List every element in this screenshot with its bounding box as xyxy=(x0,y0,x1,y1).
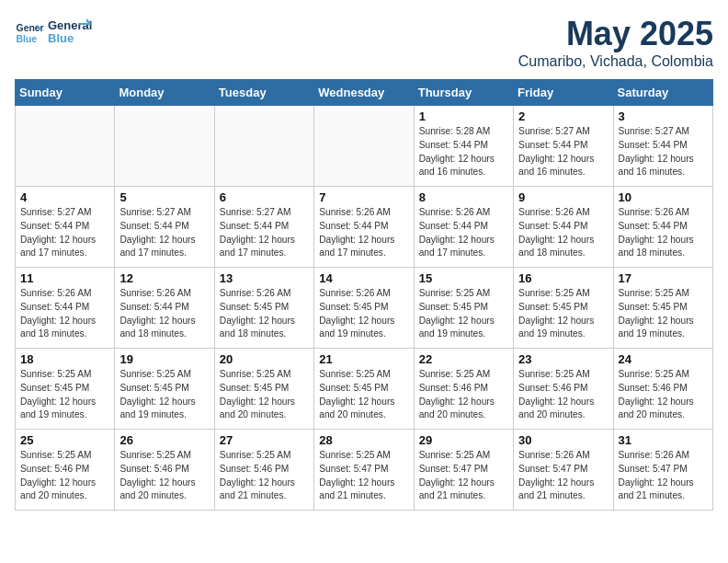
day-info: Sunrise: 5:25 AM Sunset: 5:45 PM Dayligh… xyxy=(619,287,708,341)
day-number: 3 xyxy=(619,109,708,123)
calendar-day-cell: 11Sunrise: 5:26 AM Sunset: 5:44 PM Dayli… xyxy=(16,268,115,349)
calendar-week-row: 18Sunrise: 5:25 AM Sunset: 5:45 PM Dayli… xyxy=(16,349,713,430)
day-info: Sunrise: 5:26 AM Sunset: 5:45 PM Dayligh… xyxy=(319,287,408,341)
day-info: Sunrise: 5:26 AM Sunset: 5:47 PM Dayligh… xyxy=(619,449,708,503)
day-number: 17 xyxy=(619,271,708,285)
day-info: Sunrise: 5:25 AM Sunset: 5:46 PM Dayligh… xyxy=(518,368,608,422)
day-number: 1 xyxy=(419,109,508,123)
day-info: Sunrise: 5:26 AM Sunset: 5:44 PM Dayligh… xyxy=(319,206,408,260)
calendar-day-cell xyxy=(16,106,115,187)
day-info: Sunrise: 5:25 AM Sunset: 5:47 PM Dayligh… xyxy=(319,449,408,503)
weekday-header: Wednesday xyxy=(314,80,414,106)
title-block: May 2025 Cumaribo, Vichada, Colombia xyxy=(518,15,713,70)
calendar-day-cell: 25Sunrise: 5:25 AM Sunset: 5:46 PM Dayli… xyxy=(16,430,115,511)
day-info: Sunrise: 5:25 AM Sunset: 5:45 PM Dayligh… xyxy=(518,287,608,341)
day-info: Sunrise: 5:27 AM Sunset: 5:44 PM Dayligh… xyxy=(119,206,209,260)
day-info: Sunrise: 5:26 AM Sunset: 5:44 PM Dayligh… xyxy=(119,287,209,341)
calendar-week-row: 1Sunrise: 5:28 AM Sunset: 5:44 PM Daylig… xyxy=(16,106,713,187)
calendar-day-cell: 30Sunrise: 5:26 AM Sunset: 5:47 PM Dayli… xyxy=(514,430,613,511)
svg-text:General: General xyxy=(48,18,92,32)
day-number: 4 xyxy=(20,190,109,204)
day-info: Sunrise: 5:25 AM Sunset: 5:45 PM Dayligh… xyxy=(20,368,109,422)
weekday-header: Sunday xyxy=(16,80,115,106)
page-header: General Blue General Blue General Blue M… xyxy=(15,15,713,70)
calendar-day-cell: 29Sunrise: 5:25 AM Sunset: 5:47 PM Dayli… xyxy=(414,430,513,511)
day-number: 29 xyxy=(419,433,508,447)
calendar-day-cell: 20Sunrise: 5:25 AM Sunset: 5:45 PM Dayli… xyxy=(214,349,313,430)
day-number: 26 xyxy=(119,433,209,447)
day-number: 22 xyxy=(419,352,508,366)
calendar-week-row: 11Sunrise: 5:26 AM Sunset: 5:44 PM Dayli… xyxy=(16,268,713,349)
svg-text:Blue: Blue xyxy=(17,34,38,44)
day-info: Sunrise: 5:25 AM Sunset: 5:46 PM Dayligh… xyxy=(220,449,309,503)
day-number: 20 xyxy=(220,352,309,366)
calendar-day-cell: 4Sunrise: 5:27 AM Sunset: 5:44 PM Daylig… xyxy=(16,187,115,268)
day-info: Sunrise: 5:26 AM Sunset: 5:44 PM Dayligh… xyxy=(20,287,109,341)
day-info: Sunrise: 5:25 AM Sunset: 5:45 PM Dayligh… xyxy=(419,287,508,341)
location-title: Cumaribo, Vichada, Colombia xyxy=(518,53,713,70)
day-info: Sunrise: 5:25 AM Sunset: 5:46 PM Dayligh… xyxy=(20,449,109,503)
calendar-day-cell xyxy=(314,106,414,187)
calendar-day-cell: 10Sunrise: 5:26 AM Sunset: 5:44 PM Dayli… xyxy=(613,187,712,268)
weekday-header: Tuesday xyxy=(214,80,313,106)
day-info: Sunrise: 5:27 AM Sunset: 5:44 PM Dayligh… xyxy=(220,206,309,260)
calendar-day-cell: 15Sunrise: 5:25 AM Sunset: 5:45 PM Dayli… xyxy=(414,268,513,349)
day-number: 30 xyxy=(518,433,608,447)
day-number: 12 xyxy=(119,271,209,285)
day-number: 23 xyxy=(518,352,608,366)
day-info: Sunrise: 5:27 AM Sunset: 5:44 PM Dayligh… xyxy=(518,125,608,179)
calendar-day-cell: 22Sunrise: 5:25 AM Sunset: 5:46 PM Dayli… xyxy=(414,349,513,430)
day-number: 15 xyxy=(419,271,508,285)
calendar-day-cell: 5Sunrise: 5:27 AM Sunset: 5:44 PM Daylig… xyxy=(115,187,214,268)
calendar-day-cell: 6Sunrise: 5:27 AM Sunset: 5:44 PM Daylig… xyxy=(214,187,313,268)
day-number: 7 xyxy=(319,190,408,204)
weekday-header: Monday xyxy=(115,80,214,106)
calendar-day-cell: 14Sunrise: 5:26 AM Sunset: 5:45 PM Dayli… xyxy=(314,268,414,349)
day-number: 18 xyxy=(20,352,109,366)
day-info: Sunrise: 5:28 AM Sunset: 5:44 PM Dayligh… xyxy=(419,125,508,179)
day-number: 11 xyxy=(20,271,109,285)
calendar-day-cell: 9Sunrise: 5:26 AM Sunset: 5:44 PM Daylig… xyxy=(514,187,613,268)
calendar-day-cell: 28Sunrise: 5:25 AM Sunset: 5:47 PM Dayli… xyxy=(314,430,414,511)
day-number: 21 xyxy=(319,352,408,366)
day-info: Sunrise: 5:27 AM Sunset: 5:44 PM Dayligh… xyxy=(619,125,708,179)
day-number: 8 xyxy=(419,190,508,204)
calendar-day-cell: 1Sunrise: 5:28 AM Sunset: 5:44 PM Daylig… xyxy=(414,106,513,187)
calendar-day-cell: 24Sunrise: 5:25 AM Sunset: 5:46 PM Dayli… xyxy=(613,349,712,430)
day-info: Sunrise: 5:26 AM Sunset: 5:44 PM Dayligh… xyxy=(619,206,708,260)
calendar-day-cell: 7Sunrise: 5:26 AM Sunset: 5:44 PM Daylig… xyxy=(314,187,414,268)
day-number: 25 xyxy=(20,433,109,447)
day-number: 16 xyxy=(518,271,608,285)
calendar-day-cell: 12Sunrise: 5:26 AM Sunset: 5:44 PM Dayli… xyxy=(115,268,214,349)
day-info: Sunrise: 5:25 AM Sunset: 5:45 PM Dayligh… xyxy=(319,368,408,422)
day-number: 31 xyxy=(619,433,708,447)
day-info: Sunrise: 5:25 AM Sunset: 5:46 PM Dayligh… xyxy=(419,368,508,422)
svg-text:Blue: Blue xyxy=(48,31,74,45)
day-number: 9 xyxy=(518,190,608,204)
calendar-day-cell: 2Sunrise: 5:27 AM Sunset: 5:44 PM Daylig… xyxy=(514,106,613,187)
day-info: Sunrise: 5:25 AM Sunset: 5:45 PM Dayligh… xyxy=(220,368,309,422)
day-info: Sunrise: 5:26 AM Sunset: 5:44 PM Dayligh… xyxy=(419,206,508,260)
day-info: Sunrise: 5:26 AM Sunset: 5:47 PM Dayligh… xyxy=(518,449,608,503)
day-number: 19 xyxy=(119,352,209,366)
calendar-day-cell: 17Sunrise: 5:25 AM Sunset: 5:45 PM Dayli… xyxy=(613,268,712,349)
day-number: 6 xyxy=(220,190,309,204)
weekday-header: Friday xyxy=(514,80,613,106)
calendar-day-cell: 23Sunrise: 5:25 AM Sunset: 5:46 PM Dayli… xyxy=(514,349,613,430)
calendar-header-row: SundayMondayTuesdayWednesdayThursdayFrid… xyxy=(16,80,713,106)
day-number: 13 xyxy=(220,271,309,285)
calendar-day-cell: 27Sunrise: 5:25 AM Sunset: 5:46 PM Dayli… xyxy=(214,430,313,511)
calendar-day-cell: 21Sunrise: 5:25 AM Sunset: 5:45 PM Dayli… xyxy=(314,349,414,430)
day-number: 28 xyxy=(319,433,408,447)
day-info: Sunrise: 5:25 AM Sunset: 5:47 PM Dayligh… xyxy=(419,449,508,503)
calendar-day-cell: 16Sunrise: 5:25 AM Sunset: 5:45 PM Dayli… xyxy=(514,268,613,349)
day-info: Sunrise: 5:25 AM Sunset: 5:45 PM Dayligh… xyxy=(119,368,209,422)
calendar-day-cell: 8Sunrise: 5:26 AM Sunset: 5:44 PM Daylig… xyxy=(414,187,513,268)
day-info: Sunrise: 5:26 AM Sunset: 5:44 PM Dayligh… xyxy=(518,206,608,260)
day-info: Sunrise: 5:25 AM Sunset: 5:46 PM Dayligh… xyxy=(619,368,708,422)
calendar-day-cell: 13Sunrise: 5:26 AM Sunset: 5:45 PM Dayli… xyxy=(214,268,313,349)
day-info: Sunrise: 5:25 AM Sunset: 5:46 PM Dayligh… xyxy=(119,449,209,503)
weekday-header: Saturday xyxy=(613,80,712,106)
calendar-day-cell: 19Sunrise: 5:25 AM Sunset: 5:45 PM Dayli… xyxy=(115,349,214,430)
calendar-day-cell xyxy=(115,106,214,187)
